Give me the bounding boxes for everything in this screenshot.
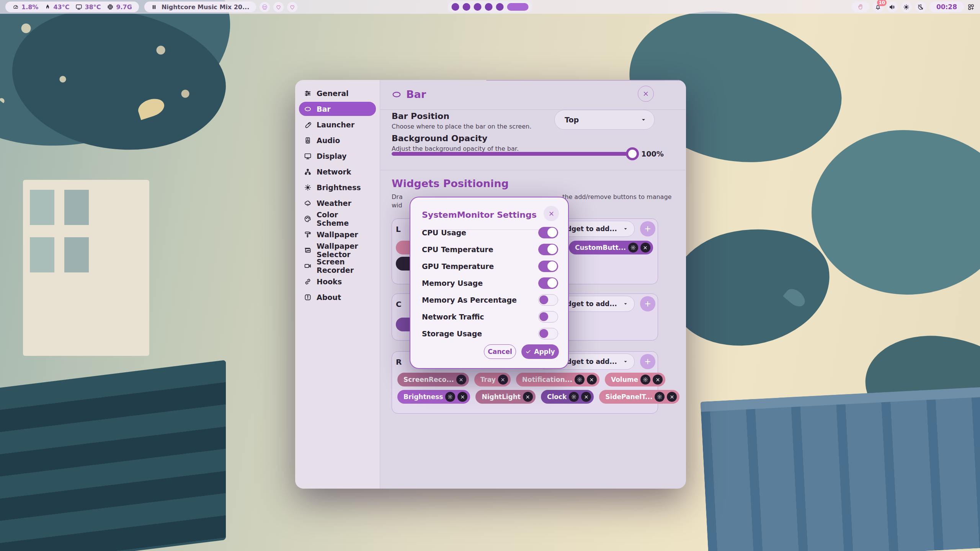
notifications-button[interactable]: 10 [873, 2, 884, 12]
sidebar-item-label: Display [317, 152, 346, 160]
sidebar-item-network[interactable]: Network [299, 165, 376, 179]
add-widget-button[interactable] [640, 354, 655, 369]
bar-position-select[interactable]: Top [554, 110, 655, 130]
widget-chip[interactable]: Clock [541, 390, 594, 404]
storage-usage-toggle[interactable] [538, 328, 558, 339]
heart-icon [289, 4, 296, 10]
workspace-active[interactable] [507, 3, 529, 11]
widget-chip[interactable]: Notification... [516, 373, 599, 386]
widget-chip[interactable]: Volume [605, 373, 665, 386]
dialog-title: SystemMonitor Settings [422, 210, 537, 220]
dialog-buttons: Cancel Apply [484, 344, 559, 359]
system-stats-pill[interactable]: 1.8% 43°C 38°C 9.7G [5, 2, 139, 12]
widget-chip[interactable]: CustomButt... [569, 241, 653, 254]
gear-icon [448, 394, 453, 399]
opacity-slider-knob[interactable] [626, 147, 639, 160]
widget-chip[interactable]: SidePanelT... [599, 390, 679, 404]
media-player-pill[interactable]: Nightcore Music Mix 20... [144, 2, 256, 12]
toggle-knob [547, 278, 557, 288]
cancel-button[interactable]: Cancel [484, 344, 516, 359]
background-opacity-label: Background Opacity [392, 134, 487, 143]
add-widget-button[interactable] [640, 296, 655, 311]
rocket-icon [304, 121, 312, 129]
settings-close-button[interactable] [638, 86, 654, 102]
wallpaper-foliage [812, 130, 980, 295]
sidebar-item-display[interactable]: Display [299, 149, 376, 163]
workspace-dot[interactable] [452, 3, 459, 11]
add-widget-button[interactable] [640, 221, 655, 236]
cpu-temperature-toggle[interactable] [538, 244, 558, 255]
favorite-button[interactable] [287, 2, 297, 12]
workspace-dot[interactable] [496, 3, 504, 11]
palette-icon [304, 215, 312, 223]
sidebar-item-label: Hooks [317, 277, 342, 286]
notification-badge: 10 [877, 0, 887, 6]
opacity-slider-track[interactable] [392, 152, 634, 156]
sidebar-item-hooks[interactable]: Hooks [299, 274, 376, 289]
sidebar-item-color-scheme[interactable]: Color Scheme [299, 212, 376, 226]
chip-remove-button[interactable] [456, 375, 466, 385]
chip-remove-button[interactable] [581, 392, 591, 402]
overview-button[interactable] [967, 3, 975, 11]
network-traffic-toggle[interactable] [538, 311, 558, 323]
workspace-dot[interactable] [474, 3, 482, 11]
dialog-close-button[interactable] [544, 206, 559, 221]
widget-chip[interactable]: Brightness [397, 390, 470, 404]
workspace-dot[interactable] [485, 3, 493, 11]
sidebar-item-launcher[interactable]: Launcher [299, 117, 376, 132]
wallpaper-leaves [0, 0, 222, 130]
sliders-icon [304, 90, 312, 97]
widget-chip[interactable]: Tray [474, 373, 511, 386]
toggle-knob [539, 312, 548, 321]
chip-settings-button[interactable] [575, 375, 585, 385]
gesture-button[interactable] [852, 2, 869, 12]
speaker-box-icon [304, 137, 312, 144]
skull-button[interactable] [260, 2, 270, 12]
sidebar-item-wallpaper-selector[interactable]: Wallpaper Selector [299, 243, 376, 257]
wallpaper-stairs [0, 360, 226, 551]
sidebar-item-about[interactable]: About [299, 290, 376, 304]
brightness-button[interactable] [901, 2, 912, 12]
desktop: 1.8% 43°C 38°C 9.7G Nightcore Music Mix … [0, 0, 980, 551]
chip-settings-button[interactable] [569, 392, 579, 402]
chip-remove-button[interactable] [523, 392, 533, 402]
sun-icon [304, 184, 312, 191]
chip-settings-button[interactable] [655, 392, 665, 402]
sidebar-item-brightness[interactable]: Brightness [299, 180, 376, 194]
nightlight-button[interactable] [915, 2, 926, 12]
sidebar-item-label: Wallpaper [317, 230, 358, 239]
chip-settings-button[interactable] [445, 392, 455, 402]
sidebar-item-audio[interactable]: Audio [299, 133, 376, 147]
sidebar-item-general[interactable]: General [299, 86, 376, 100]
memory-as-percentage-toggle[interactable] [538, 294, 558, 306]
sidebar-item-wallpaper[interactable]: Wallpaper [299, 227, 376, 241]
chip-remove-button[interactable] [653, 375, 663, 385]
sidebar-item-bar[interactable]: Bar [299, 102, 376, 116]
chip-settings-button[interactable] [628, 243, 638, 253]
chip-remove-button[interactable] [640, 243, 650, 253]
workspace-dot[interactable] [463, 3, 470, 11]
bar-position-label: Bar Position [392, 111, 449, 121]
gpu-temperature-toggle[interactable] [538, 261, 558, 272]
sidebar-item-weather[interactable]: Weather [299, 196, 376, 210]
chip-remove-button[interactable] [587, 375, 597, 385]
workspace-indicator[interactable] [448, 1, 532, 13]
memory-usage-toggle[interactable] [538, 277, 558, 289]
favorite-button[interactable] [273, 2, 284, 12]
clock[interactable]: 00:28 [929, 2, 964, 12]
cpu-usage-toggle[interactable] [538, 227, 558, 238]
widget-chip-label: CustomButt... [575, 244, 626, 251]
widget-chip[interactable]: ScreenReco... [397, 373, 469, 386]
gear-icon [630, 245, 636, 250]
chip-remove-button[interactable] [667, 392, 677, 402]
volume-button[interactable] [887, 2, 898, 12]
sidebar-item-label: Screen Recorder [317, 258, 371, 274]
chip-remove-button[interactable] [457, 392, 467, 402]
chip-settings-button[interactable] [640, 375, 650, 385]
sidebar-item-screen-recorder[interactable]: Screen Recorder [299, 259, 376, 273]
close-icon [643, 245, 648, 250]
widget-chip[interactable]: NightLight [475, 390, 536, 404]
background-opacity-description: Adjust the background opacity of the bar… [392, 145, 519, 152]
chip-remove-button[interactable] [498, 375, 508, 385]
apply-button[interactable]: Apply [521, 344, 559, 359]
